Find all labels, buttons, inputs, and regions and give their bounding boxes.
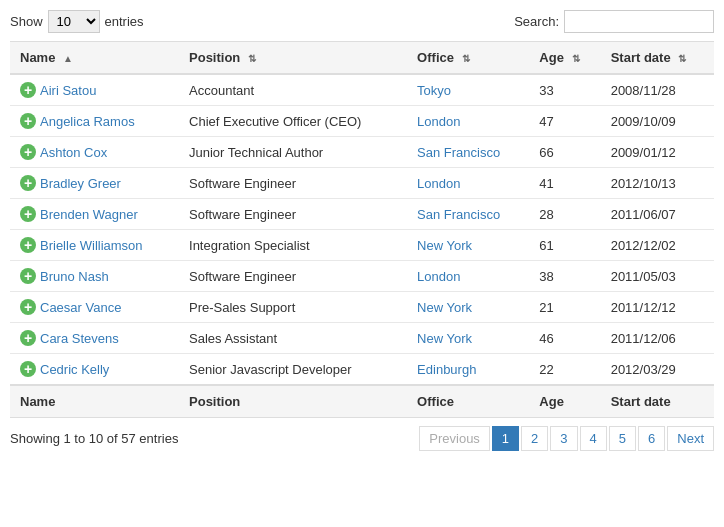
office-link[interactable]: London: [417, 269, 460, 284]
col-header-age[interactable]: Age ⇅: [529, 42, 600, 75]
cell-age: 61: [529, 230, 600, 261]
cell-start-date: 2011/12/12: [601, 292, 714, 323]
cell-position: Pre-Sales Support: [179, 292, 407, 323]
expand-icon[interactable]: +: [20, 299, 36, 315]
page-3-button[interactable]: 3: [550, 426, 577, 451]
foot-col-start-date: Start date: [601, 385, 714, 418]
cell-position: Software Engineer: [179, 261, 407, 292]
expand-icon[interactable]: +: [20, 175, 36, 191]
pagination: Previous 1 2 3 4 5 6 Next: [419, 426, 714, 451]
page-6-button[interactable]: 6: [638, 426, 665, 451]
expand-icon[interactable]: +: [20, 237, 36, 253]
cell-office: London: [407, 106, 529, 137]
page-2-button[interactable]: 2: [521, 426, 548, 451]
employee-name-link[interactable]: Brielle Williamson: [40, 238, 143, 253]
cell-position: Integration Specialist: [179, 230, 407, 261]
employee-name-link[interactable]: Angelica Ramos: [40, 114, 135, 129]
cell-position: Software Engineer: [179, 199, 407, 230]
cell-start-date: 2012/03/29: [601, 354, 714, 386]
table-row: +Cedric KellySenior Javascript Developer…: [10, 354, 714, 386]
office-link[interactable]: San Francisco: [417, 207, 500, 222]
sort-icon-age: ⇅: [572, 53, 580, 64]
employee-name-link[interactable]: Brenden Wagner: [40, 207, 138, 222]
expand-icon[interactable]: +: [20, 113, 36, 129]
cell-age: 46: [529, 323, 600, 354]
employee-name-link[interactable]: Cedric Kelly: [40, 362, 109, 377]
table-row: +Bradley GreerSoftware EngineerLondon412…: [10, 168, 714, 199]
expand-icon[interactable]: +: [20, 144, 36, 160]
cell-age: 41: [529, 168, 600, 199]
expand-icon[interactable]: +: [20, 268, 36, 284]
cell-name: +Caesar Vance: [10, 292, 179, 323]
cell-office: London: [407, 261, 529, 292]
table-row: +Brielle WilliamsonIntegration Specialis…: [10, 230, 714, 261]
table-row: +Caesar VancePre-Sales SupportNew York21…: [10, 292, 714, 323]
expand-icon[interactable]: +: [20, 330, 36, 346]
cell-position: Chief Executive Officer (CEO): [179, 106, 407, 137]
col-header-name[interactable]: Name ▲: [10, 42, 179, 75]
sort-icon-office: ⇅: [462, 53, 470, 64]
cell-name: +Airi Satou: [10, 74, 179, 106]
cell-office: London: [407, 168, 529, 199]
office-link[interactable]: New York: [417, 300, 472, 315]
employee-name-link[interactable]: Airi Satou: [40, 83, 96, 98]
search-box: Search:: [514, 10, 714, 33]
entries-select[interactable]: 102550100: [48, 10, 100, 33]
cell-name: +Brielle Williamson: [10, 230, 179, 261]
office-link[interactable]: New York: [417, 238, 472, 253]
expand-icon[interactable]: +: [20, 361, 36, 377]
cell-office: New York: [407, 230, 529, 261]
employee-name-link[interactable]: Ashton Cox: [40, 145, 107, 160]
office-link[interactable]: Tokyo: [417, 83, 451, 98]
cell-office: New York: [407, 323, 529, 354]
next-button[interactable]: Next: [667, 426, 714, 451]
page-4-button[interactable]: 4: [580, 426, 607, 451]
cell-name: +Bradley Greer: [10, 168, 179, 199]
cell-age: 21: [529, 292, 600, 323]
table-row: +Brenden WagnerSoftware EngineerSan Fran…: [10, 199, 714, 230]
col-header-start-date[interactable]: Start date ⇅: [601, 42, 714, 75]
cell-age: 38: [529, 261, 600, 292]
employee-name-link[interactable]: Bradley Greer: [40, 176, 121, 191]
col-header-position[interactable]: Position ⇅: [179, 42, 407, 75]
table-row: +Airi SatouAccountantTokyo332008/11/28: [10, 74, 714, 106]
cell-name: +Bruno Nash: [10, 261, 179, 292]
foot-col-office: Office: [407, 385, 529, 418]
cell-name: +Ashton Cox: [10, 137, 179, 168]
table-header-row: Name ▲ Position ⇅ Office ⇅ Age ⇅ Start d…: [10, 42, 714, 75]
expand-icon[interactable]: +: [20, 82, 36, 98]
sort-icon-name: ▲: [63, 53, 73, 64]
cell-position: Senior Javascript Developer: [179, 354, 407, 386]
top-controls: Show 102550100 entries Search:: [10, 10, 714, 33]
cell-office: San Francisco: [407, 199, 529, 230]
foot-col-age: Age: [529, 385, 600, 418]
cell-start-date: 2011/05/03: [601, 261, 714, 292]
table-row: +Cara StevensSales AssistantNew York4620…: [10, 323, 714, 354]
bottom-bar: Showing 1 to 10 of 57 entries Previous 1…: [10, 426, 714, 451]
office-link[interactable]: London: [417, 114, 460, 129]
previous-button[interactable]: Previous: [419, 426, 490, 451]
cell-age: 47: [529, 106, 600, 137]
search-input[interactable]: [564, 10, 714, 33]
cell-name: +Cedric Kelly: [10, 354, 179, 386]
sort-icon-start-date: ⇅: [678, 53, 686, 64]
cell-start-date: 2009/01/12: [601, 137, 714, 168]
employee-name-link[interactable]: Cara Stevens: [40, 331, 119, 346]
office-link[interactable]: Edinburgh: [417, 362, 476, 377]
employee-name-link[interactable]: Bruno Nash: [40, 269, 109, 284]
cell-start-date: 2011/06/07: [601, 199, 714, 230]
employee-name-link[interactable]: Caesar Vance: [40, 300, 121, 315]
col-header-office[interactable]: Office ⇅: [407, 42, 529, 75]
show-label: Show: [10, 14, 43, 29]
table-body: +Airi SatouAccountantTokyo332008/11/28+A…: [10, 74, 714, 385]
entries-label: entries: [105, 14, 144, 29]
page-5-button[interactable]: 5: [609, 426, 636, 451]
cell-start-date: 2008/11/28: [601, 74, 714, 106]
office-link[interactable]: New York: [417, 331, 472, 346]
office-link[interactable]: San Francisco: [417, 145, 500, 160]
sort-icon-position: ⇅: [248, 53, 256, 64]
cell-office: Tokyo: [407, 74, 529, 106]
page-1-button[interactable]: 1: [492, 426, 519, 451]
office-link[interactable]: London: [417, 176, 460, 191]
expand-icon[interactable]: +: [20, 206, 36, 222]
